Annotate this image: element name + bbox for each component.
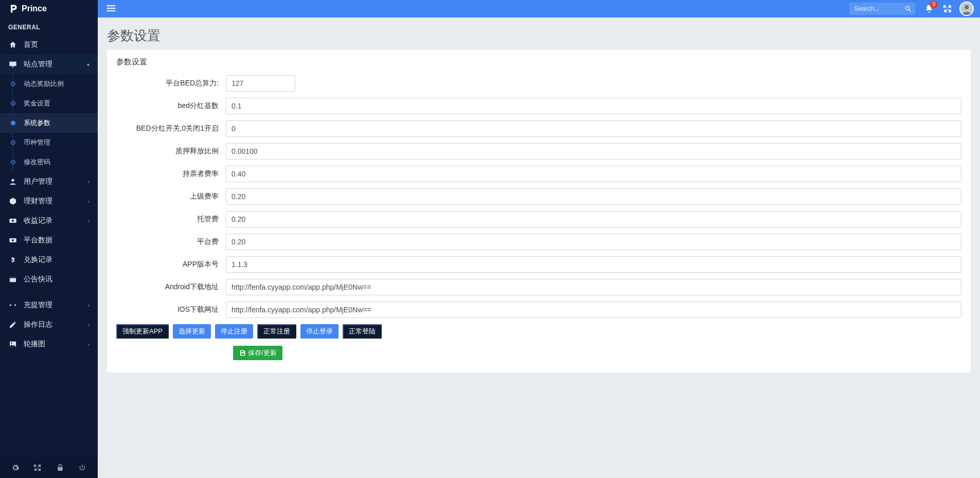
action-button-row: 强制更新APP 选择更新 停止注册 正常注册 停止登录 正常登陆 <box>116 324 961 339</box>
sidebar-item-label: 理财管理 <box>24 197 52 206</box>
sidebar-item-label: 操作日志 <box>24 320 52 329</box>
label-total-power: 平台BED总算力: <box>116 79 226 88</box>
money-icon <box>8 236 17 245</box>
sidebar-item-announcement[interactable]: 公告快讯 <box>0 270 98 289</box>
sidebar-item-carousel[interactable]: 轮播图 › <box>0 334 98 354</box>
sidebar-item-label: 充提管理 <box>24 300 52 310</box>
main: 0 参数设置 参数设置 平台BED总算力: bed分红基数 <box>98 0 980 478</box>
chevron-right-icon: › <box>88 303 90 308</box>
input-total-power[interactable] <box>226 75 295 92</box>
svg-rect-1 <box>12 66 14 67</box>
hamburger-icon[interactable] <box>104 1 118 17</box>
avatar[interactable] <box>959 2 974 16</box>
subnav-bonus-settings[interactable]: 奖金设置 <box>0 94 98 113</box>
home-icon <box>8 40 17 49</box>
sidebar-item-site-mgmt[interactable]: 站点管理 ▾ <box>0 55 98 74</box>
subnav-coin-mgmt[interactable]: 币种管理 <box>0 133 98 152</box>
balance-icon <box>8 300 17 310</box>
svg-rect-11 <box>58 467 62 471</box>
input-android-url[interactable] <box>226 279 961 295</box>
panel-subtitle: 参数设置 <box>116 57 961 67</box>
page-title: 参数设置 <box>107 27 971 45</box>
btn-save[interactable]: 保存/更新 <box>233 346 282 360</box>
subnav-change-password[interactable]: 修改密码 <box>0 152 98 172</box>
sidebar-item-exchange-record[interactable]: 兑换记录 <box>0 250 98 270</box>
topbar-icons: 0 <box>924 4 952 13</box>
content: 参数设置 参数设置 平台BED总算力: bed分红基数 BED分红开关,0关闭1… <box>98 17 980 478</box>
sidebar-item-label: 公告快讯 <box>24 275 52 284</box>
sidebar-item-label: 站点管理 <box>24 60 52 69</box>
sidebar-item-operation-log[interactable]: 操作日志 › <box>0 315 98 334</box>
btn-force-update[interactable]: 强制更新APP <box>116 324 169 339</box>
label-ticket-holder-rate: 持票者费率 <box>116 169 226 179</box>
btn-select-update[interactable]: 选择更新 <box>173 324 211 339</box>
brand-logo[interactable]: Prince <box>0 0 98 17</box>
sidebar-item-income-record[interactable]: 收益记录 › <box>0 211 98 231</box>
sidebar-item-label: 平台数据 <box>24 236 52 245</box>
svg-point-18 <box>965 5 969 9</box>
input-superior-rate[interactable] <box>226 188 961 205</box>
svg-line-16 <box>909 10 911 12</box>
input-platform-fee[interactable] <box>226 234 961 250</box>
topbar: 0 <box>98 0 980 17</box>
search-input[interactable] <box>849 5 901 12</box>
panel-params: 参数设置 平台BED总算力: bed分红基数 BED分红开关,0关闭1开启 质押… <box>107 50 971 373</box>
sidebar-item-label: 用户管理 <box>24 177 52 186</box>
chevron-right-icon: › <box>88 199 90 204</box>
brand-text: Prince <box>22 4 47 13</box>
search-box <box>849 3 915 15</box>
money-icon <box>8 216 17 225</box>
gear-icon[interactable] <box>11 463 20 472</box>
sidebar-section-label: GENERAL <box>0 17 98 35</box>
svg-point-2 <box>11 179 14 182</box>
subnav-dynamic-reward[interactable]: 动态奖励比例 <box>0 74 98 94</box>
edit-icon <box>8 320 17 329</box>
chevron-right-icon: › <box>88 322 90 328</box>
sidebar-item-finance-mgmt[interactable]: 理财管理 › <box>0 191 98 211</box>
logo-icon <box>8 4 19 14</box>
search-icon <box>904 5 912 12</box>
label-android-url: Android下载地址 <box>116 282 226 292</box>
label-hosting-fee: 托管费 <box>116 215 226 224</box>
input-bed-dividend-switch[interactable] <box>226 120 961 137</box>
input-ticket-holder-rate[interactable] <box>226 166 961 182</box>
sidebar-item-label: 兑换记录 <box>24 255 52 264</box>
input-hosting-fee[interactable] <box>226 211 961 227</box>
svg-rect-0 <box>9 62 16 66</box>
desktop-icon <box>8 60 17 69</box>
user-icon <box>8 177 17 186</box>
btn-normal-register[interactable]: 正常注册 <box>257 324 296 339</box>
expand-icon[interactable] <box>33 463 42 472</box>
sidebar-item-home[interactable]: 首页 <box>0 35 98 55</box>
bell-icon[interactable]: 0 <box>924 4 934 13</box>
input-app-version[interactable] <box>226 256 961 273</box>
search-button[interactable] <box>901 3 915 15</box>
svg-point-15 <box>905 6 909 10</box>
sidebar-item-user-mgmt[interactable]: 用户管理 › <box>0 172 98 191</box>
btn-stop-register[interactable]: 停止注册 <box>215 324 253 339</box>
sidebar-item-label: 首页 <box>24 40 38 49</box>
input-bed-dividend-base[interactable] <box>226 98 961 114</box>
sidebar-item-platform-data[interactable]: 平台数据 <box>0 231 98 250</box>
fullscreen-icon[interactable] <box>943 4 952 13</box>
btn-stop-login[interactable]: 停止登录 <box>300 324 338 339</box>
input-ios-url[interactable] <box>226 302 961 318</box>
power-icon[interactable] <box>78 463 87 472</box>
lock-icon[interactable] <box>56 463 65 472</box>
chevron-down-icon: ▾ <box>87 62 90 67</box>
btc-icon <box>8 255 17 264</box>
subnav-system-params[interactable]: 系统参数 <box>0 113 98 133</box>
btn-normal-login[interactable]: 正常登陆 <box>343 324 382 339</box>
sidebar-item-deposit-withdraw[interactable]: 充提管理 › <box>0 295 98 315</box>
sidebar-subnav-site-mgmt: 动态奖励比例 奖金设置 系统参数 币种管理 修改密码 <box>0 74 98 172</box>
label-bed-dividend-switch: BED分红开关,0关闭1开启 <box>116 124 226 133</box>
svg-point-4 <box>12 220 14 222</box>
label-superior-rate: 上级费率 <box>116 192 226 201</box>
svg-rect-14 <box>107 10 116 11</box>
svg-point-10 <box>11 343 12 344</box>
sidebar: Prince GENERAL 首页 站点管理 ▾ 动态奖励比例 奖金设置 系统参… <box>0 0 98 478</box>
label-ios-url: IOS下载网址 <box>116 305 226 314</box>
input-pledge-release[interactable] <box>226 143 961 160</box>
chevron-right-icon: › <box>88 179 90 185</box>
label-pledge-release: 质押释放比例 <box>116 147 226 156</box>
